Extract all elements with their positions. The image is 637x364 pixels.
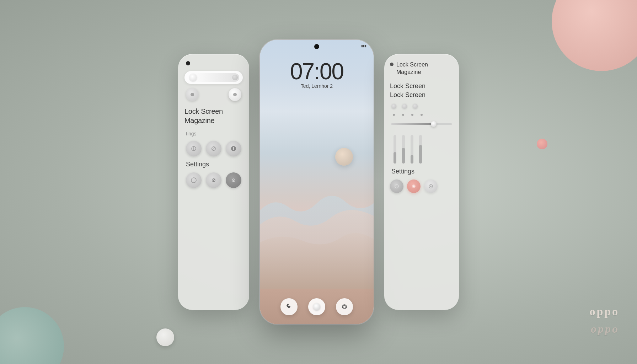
slider-dot-1 (391, 104, 396, 109)
r-icon-gray[interactable] (390, 180, 403, 193)
svg-point-11 (430, 186, 432, 187)
clock-display: 07:00 Ted, Lernhor 2 (260, 48, 374, 91)
v-slider-3[interactable] (411, 135, 413, 164)
v-slider-fill-1 (394, 152, 396, 164)
control-btn-left[interactable] (186, 88, 199, 101)
vertical-sliders-row (390, 132, 453, 164)
svg-point-7 (395, 184, 398, 188)
nav-btn-home[interactable] (308, 298, 325, 315)
control-btn-left-inner (191, 93, 194, 96)
right-phone-title: Lock Screen Magazine (396, 61, 453, 76)
right-header-row: Lock Screen Magazine (390, 61, 453, 76)
app-icon-6[interactable] (226, 172, 241, 188)
v-slider-fill-3 (411, 155, 413, 164)
wave-container (260, 182, 374, 289)
tiny-dot-4 (421, 114, 423, 116)
svg-point-4 (233, 180, 234, 181)
phone-right: Lock Screen Magazine Lock Screen Lock Sc… (384, 54, 459, 310)
slider-dot-2 (402, 104, 407, 109)
oppo-brand: oppo oppo (589, 305, 619, 336)
app-icon-3[interactable] (226, 141, 241, 156)
h-slider-container[interactable] (390, 121, 453, 127)
app-icon-1[interactable] (186, 141, 202, 156)
control-btn-right-inner (233, 93, 237, 96)
nav-btn-phone[interactable] (280, 298, 298, 315)
slider-fill (391, 123, 434, 125)
v-slider-1[interactable] (394, 135, 396, 164)
right-subtitle-2: Lock Screen (390, 91, 453, 100)
tings-label: tings (184, 131, 243, 136)
left-phone-title: Lock Screen Magazine (184, 107, 243, 125)
v-slider-4[interactable] (419, 135, 422, 164)
phone-center: ▮▮▮ 07:00 Ted, Lernhor 2 (260, 40, 374, 324)
nav-btn-camera[interactable] (336, 298, 353, 315)
main-container: Lock Screen Magazine tings Settings (0, 0, 637, 364)
floating-orb (335, 148, 353, 166)
oppo-label-1: oppo (589, 305, 619, 318)
toggle-slider[interactable] (184, 71, 243, 84)
horizontal-slider[interactable] (391, 123, 452, 125)
slider-thumb[interactable] (431, 121, 437, 127)
control-row-1 (184, 88, 243, 101)
oppo-label-2: oppo (591, 322, 619, 336)
left-settings-label: Settings (184, 161, 243, 168)
svg-point-2 (191, 178, 196, 183)
battery-indicator: ▮▮▮ (361, 44, 366, 48)
slider-dot-3 (413, 104, 418, 109)
r-icon-light[interactable] (424, 180, 438, 193)
right-subtitle-block: Lock Screen Lock Screen (390, 80, 453, 100)
control-btn-right[interactable] (229, 88, 241, 101)
app-icon-row-1 (184, 141, 243, 156)
small-dots-row (390, 113, 453, 117)
v-slider-fill-2 (402, 148, 405, 164)
right-subtitle-1: Lock Screen (390, 82, 453, 91)
tiny-dot-2 (402, 114, 404, 116)
status-bar: ▮▮▮ (260, 40, 374, 48)
v-slider-2[interactable] (402, 135, 405, 164)
bottom-nav (260, 298, 374, 315)
v-slider-fill-4 (419, 145, 422, 164)
tiny-dot-1 (393, 114, 395, 116)
status-icons: ▮▮▮ (361, 44, 366, 48)
toggle-thumb (189, 74, 197, 81)
clock-date: Ted, Lernhor 2 (260, 83, 374, 89)
phone-left: Lock Screen Magazine tings Settings (178, 54, 249, 310)
svg-point-9 (413, 185, 415, 187)
slider-dots-row-1 (390, 104, 453, 109)
right-icon-row (390, 180, 453, 193)
status-dot (390, 63, 394, 66)
right-settings-label: Settings (390, 168, 453, 175)
left-phone-text-block: Lock Screen Magazine (184, 105, 243, 127)
toggle-thumb-right (232, 75, 238, 80)
camera-hole-left (186, 61, 190, 65)
wave-svg (260, 182, 374, 289)
r-icon-pink[interactable] (407, 180, 421, 193)
app-icon-2[interactable] (206, 141, 221, 156)
tiny-dot-3 (411, 114, 413, 116)
clock-time: 07:00 (260, 58, 374, 85)
toggle-track (188, 73, 239, 82)
svg-point-5 (343, 305, 346, 308)
app-icon-row-2 (184, 172, 243, 188)
app-icon-5[interactable] (206, 172, 221, 188)
app-icon-4[interactable] (186, 172, 202, 188)
phone-screen: ▮▮▮ 07:00 Ted, Lernhor 2 (260, 40, 374, 324)
home-btn-circle (313, 303, 320, 310)
